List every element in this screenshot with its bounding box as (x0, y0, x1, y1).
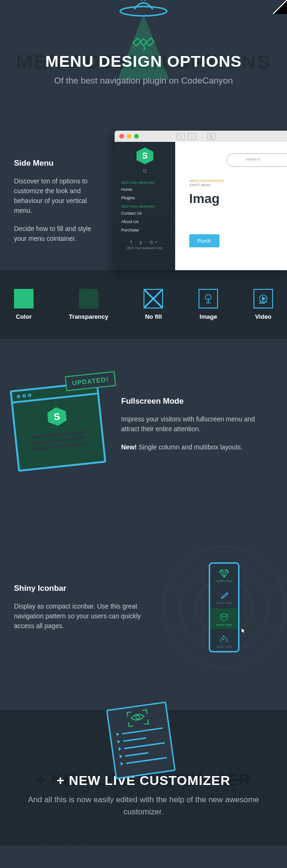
iconbar-p1: Display as compact iconbar. Use this gre… (14, 602, 161, 631)
menu-item: Purchase (115, 226, 175, 234)
customizer-illustration (106, 701, 176, 779)
transparency-swatch (79, 289, 98, 308)
option-label: No fill (144, 313, 163, 320)
menu-item: Contact Us (115, 209, 175, 217)
option-label: Image (198, 313, 218, 320)
fill-options-row: Color Transparency No fill Image Video (0, 270, 287, 339)
play-icon (253, 289, 273, 308)
customizer-subtitle: And all this is now easily edited with t… (14, 794, 273, 818)
option-label: Color (14, 313, 34, 320)
iconbar-heading: Shiny Iconbar (14, 584, 161, 593)
customizer-section: + NEW LIVE CUSTOMIZER + NEW LIVE CUSTOMI… (0, 710, 287, 846)
svg-rect-3 (140, 39, 147, 45)
svg-point-16 (225, 616, 226, 617)
nofill-icon (144, 289, 163, 308)
section-heading-1: SECTION HEADING (115, 178, 175, 185)
option-label: Video (253, 313, 273, 320)
iconbar-label: YOUR LOGO (212, 580, 236, 582)
side-heading: Side Menu (14, 159, 105, 168)
page-preview: Modern & IMAGE BACKGROUND STATIC MENU Im… (175, 142, 287, 270)
label-static: STATIC MENU (189, 183, 287, 187)
side-p1: Discover ton of options to customize the… (14, 176, 105, 216)
iconbar-text: Shiny Iconbar Display as compact iconbar… (14, 584, 161, 631)
logo-hexagon: S (47, 406, 67, 427)
iconbar-preview: YOUR LOGO MENU ITEM MENU ITEM (209, 562, 239, 652)
iconbar-label: MENU ITEM (212, 602, 236, 604)
menu-line (33, 442, 88, 450)
menu-item: About Us (115, 217, 175, 226)
logo-hexagon: S (137, 147, 153, 164)
svg-rect-5 (146, 38, 154, 46)
owl-icon (212, 612, 236, 623)
option-nofill: No fill (144, 289, 163, 320)
menu-item: Plugins (115, 194, 175, 202)
iconbar-label: MENU ITEM (212, 645, 236, 648)
window-dot (28, 393, 32, 397)
fullscreen-heading: Fullscreen Mode (121, 397, 273, 406)
brush-icon (212, 590, 236, 601)
minimize-dot (127, 134, 131, 139)
browser-mockup: ‹ › ▯ S SECTION HEADING Home Plugins SEC… (115, 131, 287, 270)
fullscreen-section: S UPDATED! Fullscreen Mode Impress your … (0, 339, 287, 518)
window-dot (22, 394, 26, 398)
fullscreen-illustration: S UPDATED! (10, 381, 111, 476)
svg-point-6 (143, 169, 146, 172)
search-icon (115, 169, 175, 175)
iconbar-item-active: MENU ITEM (210, 608, 238, 630)
forward-icon: › (188, 133, 196, 140)
svg-line-1 (141, 0, 142, 1)
purchase-button: Purch (189, 234, 219, 247)
maximize-dot (134, 134, 139, 139)
cloud-illustration: Modern & (226, 153, 287, 167)
label-image-bg: IMAGE BACKGROUND (189, 179, 287, 182)
browser-titlebar: ‹ › ▯ (115, 131, 287, 142)
social-icons: f y G+ (115, 240, 175, 245)
window-dot (17, 394, 20, 398)
option-label: Transparency (69, 313, 109, 320)
fullscreen-text: Fullscreen Mode Impress your visitors wi… (121, 397, 273, 461)
cursor-icon (240, 627, 247, 637)
diamond-icon (212, 568, 236, 579)
svg-marker-12 (262, 297, 265, 301)
eye-icon (114, 709, 162, 727)
side-menu-preview: S SECTION HEADING Home Plugins SECTION H… (115, 142, 175, 270)
iconbar-section: Shiny Iconbar Display as compact iconbar… (0, 518, 287, 710)
tree-icon (198, 289, 218, 308)
option-transparency: Transparency (69, 289, 109, 320)
menu-item: Home (115, 185, 175, 194)
updated-badge: UPDATED! (65, 371, 116, 391)
back-icon: ‹ (177, 133, 185, 140)
color-swatch (14, 289, 34, 308)
fullscreen-p2: New! Single column and multibox layouts. (121, 442, 273, 452)
svg-point-15 (222, 616, 224, 617)
iconbar-item-logo: YOUR LOGO (210, 564, 238, 586)
page-heading: Imag (189, 191, 287, 206)
side-menu-section: Side Menu Discover ton of options to cus… (0, 93, 287, 270)
side-menu-text: Side Menu Discover ton of options to cus… (14, 131, 105, 270)
unicorn-icon (212, 634, 236, 644)
copyright: 2015 Your awesome site. (115, 246, 175, 250)
iconbar-item: MENU ITEM (210, 630, 238, 651)
close-dot (119, 134, 124, 139)
iconbar-label: MENU ITEM (212, 623, 236, 626)
svg-line-7 (146, 172, 147, 174)
svg-point-17 (223, 639, 224, 640)
panel-icon: ▯ (207, 133, 216, 140)
option-image: Image (198, 289, 218, 320)
page-subtitle: Of the best navigation plugin on CodeCan… (0, 76, 287, 86)
section-heading-2: SECTION HEADING (115, 202, 175, 209)
radar-illustration: YOUR LOGO MENU ITEM MENU ITEM (175, 542, 273, 672)
svg-point-18 (136, 715, 140, 719)
hero-section: MENU DESIGN OPTIONS MENU DESIGN OPTIONS … (0, 0, 287, 93)
option-video: Video (253, 289, 273, 320)
option-color: Color (14, 289, 34, 320)
svg-line-2 (145, 0, 146, 1)
page-title: MENU DESIGN OPTIONS (0, 52, 287, 70)
fullscreen-p1: Impress your visitors with fullscreen me… (121, 414, 273, 434)
iconbar-item: MENU ITEM (210, 586, 238, 608)
side-p2: Decide how to fill and style your menu c… (14, 224, 105, 244)
svg-rect-4 (133, 38, 141, 46)
